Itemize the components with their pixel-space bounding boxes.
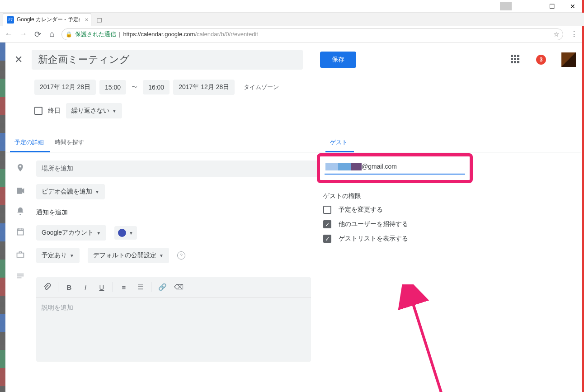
annotation-border	[582, 0, 584, 392]
perm-invite-row: 他のユーザーを招待する	[323, 220, 476, 228]
back-button[interactable]: ←	[4, 29, 14, 39]
description-icon	[13, 270, 28, 283]
perm-modify-label: 予定を変更する	[339, 206, 383, 214]
location-input[interactable]: 場所を追加	[36, 161, 318, 177]
title-placeholder	[500, 2, 512, 10]
save-button[interactable]: 保存	[320, 52, 356, 68]
new-tab-button[interactable]: ❐	[94, 15, 105, 26]
calendar-event-editor: ✕ 保存 3 2017年 12月 28日 15:00 〜 16:00 2017年…	[6, 43, 581, 388]
event-title-field[interactable]	[32, 50, 303, 70]
attach-button[interactable]	[40, 280, 54, 294]
guest-email-value: @gmail.com	[362, 163, 397, 170]
perm-modify-row: 予定を変更する	[323, 206, 476, 214]
numbered-list-button[interactable]: ≡	[117, 280, 131, 294]
allday-checkbox[interactable]	[34, 107, 42, 115]
tab-find-time[interactable]: 時間を探す	[50, 134, 90, 152]
timezone-link[interactable]: タイムゾーン	[244, 83, 279, 91]
visibility-label: デフォルトの公開設定	[93, 251, 156, 260]
chevron-down-icon: ▼	[159, 253, 164, 258]
browser-tabstrip: 27 Google カレンダー - 予定の × ❐	[0, 13, 584, 26]
tab-title: Google カレンダー - 予定の	[17, 16, 80, 24]
video-icon	[13, 186, 28, 198]
range-separator: 〜	[130, 83, 139, 91]
event-header: ✕ 保存 3	[6, 43, 581, 70]
chevron-down-icon: ▼	[129, 231, 133, 236]
location-icon	[13, 163, 28, 175]
apps-grid-icon[interactable]	[511, 55, 521, 65]
allday-label: 終日	[48, 107, 61, 115]
visibility-dropdown[interactable]: デフォルトの公開設定 ▼	[88, 248, 169, 263]
calendar-row: Googleアカウント ▼ ▼	[13, 225, 318, 241]
repeat-dropdown[interactable]: 繰り返さない ▼	[66, 103, 122, 118]
notification-row: 通知を追加	[13, 207, 318, 218]
window-titlebar: ― ☐ ✕	[0, 0, 584, 13]
perm-seelist-checkbox[interactable]	[323, 235, 331, 243]
chevron-down-icon: ▼	[96, 231, 101, 236]
close-editor-button[interactable]: ✕	[13, 52, 24, 67]
url-box[interactable]: 🔒 保護された通信 | https://calendar.google.com/…	[61, 28, 563, 40]
url-host: https://calendar.google.com	[123, 31, 195, 38]
calendar-favicon: 27	[7, 16, 14, 24]
bulleted-list-button[interactable]: ☰	[133, 280, 147, 294]
redacted-text	[351, 163, 362, 170]
event-title-input[interactable]	[32, 50, 303, 70]
reload-button[interactable]: ⟳	[33, 29, 42, 39]
close-window-button[interactable]: ✕	[562, 0, 583, 12]
start-time-chip[interactable]: 15:00	[99, 80, 126, 94]
start-date-chip[interactable]: 2017年 12月 28日	[34, 80, 96, 95]
repeat-label: 繰り返さない	[71, 107, 109, 115]
color-dropdown[interactable]: ▼	[114, 226, 137, 240]
details-column: 場所を追加 ビデオ会議を追加 ▼ 通知を追加	[6, 152, 318, 388]
bold-button[interactable]: B	[62, 280, 76, 294]
end-date-chip[interactable]: 2017年 12月 28日	[173, 80, 235, 95]
editor-body: 場所を追加 ビデオ会議を追加 ▼ 通知を追加	[6, 152, 581, 388]
tab-close-icon[interactable]: ×	[85, 17, 88, 23]
chevron-down-icon: ▼	[95, 189, 99, 194]
add-notification-link[interactable]: 通知を追加	[36, 208, 68, 217]
color-dot	[118, 229, 126, 237]
detail-tabs: 予定の詳細 時間を探す ゲスト	[6, 134, 581, 152]
perm-modify-checkbox[interactable]	[323, 206, 331, 214]
description-editor[interactable]: B I U ≡ ☰ 🔗 ⌫ 説明を追加	[36, 277, 311, 362]
link-button[interactable]: 🔗	[155, 280, 170, 294]
browser-addressbar: ← → ⟳ ⌂ 🔒 保護された通信 | https://calendar.goo…	[0, 26, 584, 43]
guests-column: @gmail.com ゲストの権限 予定を変更する 他のユーザーを招待する ゲス…	[318, 152, 476, 388]
home-button[interactable]: ⌂	[47, 29, 57, 39]
url-path: /calendar/b/0/r/eventedit	[195, 31, 258, 38]
help-icon[interactable]: ?	[177, 251, 185, 260]
perm-seelist-row: ゲストリストを表示する	[323, 235, 476, 243]
browser-tab[interactable]: 27 Google カレンダー - 予定の ×	[3, 13, 91, 26]
clear-format-button[interactable]: ⌫	[171, 280, 186, 294]
minimize-button[interactable]: ―	[521, 0, 542, 12]
availability-label: 予定あり	[42, 251, 67, 260]
browser-menu-button[interactable]: ⋮	[568, 30, 580, 38]
end-time-chip[interactable]: 16:00	[143, 80, 170, 94]
redacted-text	[325, 163, 338, 170]
account-avatar[interactable]	[561, 52, 576, 67]
bell-icon	[13, 207, 28, 218]
availability-dropdown[interactable]: 予定あり ▼	[36, 248, 80, 263]
calendar-icon	[13, 227, 28, 239]
chevron-down-icon: ▼	[112, 109, 117, 113]
notifications-badge[interactable]: 3	[536, 55, 546, 65]
perm-invite-label: 他のユーザーを招待する	[339, 220, 408, 228]
separator: |	[119, 31, 120, 38]
tab-guests[interactable]: ゲスト	[325, 134, 354, 152]
bookmark-star-icon[interactable]: ☆	[553, 30, 559, 38]
video-dropdown[interactable]: ビデオ会議を追加 ▼	[36, 184, 105, 199]
calendar-dropdown[interactable]: Googleアカウント ▼	[36, 225, 106, 241]
forward-button[interactable]: →	[18, 29, 28, 39]
video-row: ビデオ会議を追加 ▼	[13, 184, 318, 199]
guest-email-input[interactable]: @gmail.com	[325, 162, 465, 175]
perm-seelist-label: ゲストリストを表示する	[339, 235, 408, 243]
briefcase-icon	[13, 250, 28, 261]
guest-permissions-title: ゲストの権限	[323, 192, 476, 200]
italic-button[interactable]: I	[78, 280, 93, 294]
perm-invite-checkbox[interactable]	[323, 220, 331, 228]
description-placeholder: 説明を追加	[36, 298, 311, 362]
background-window-strip	[0, 43, 5, 392]
underline-button[interactable]: U	[94, 280, 109, 294]
editor-toolbar: B I U ≡ ☰ 🔗 ⌫	[36, 277, 311, 298]
maximize-button[interactable]: ☐	[542, 0, 562, 12]
tab-event-details[interactable]: 予定の詳細	[10, 134, 50, 152]
